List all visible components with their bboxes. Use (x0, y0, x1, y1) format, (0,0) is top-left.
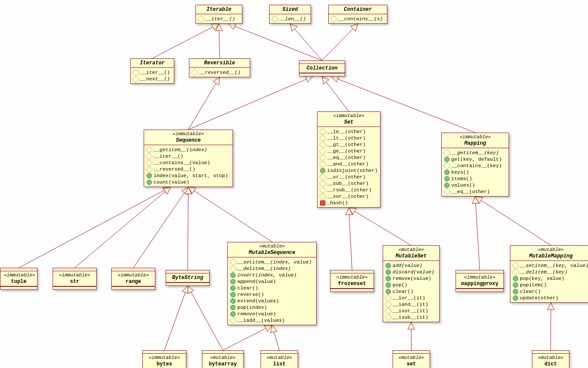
svg-line-12 (189, 79, 308, 130)
method-signature: __setitem__(key, value) (520, 262, 588, 269)
method: clear() (513, 288, 588, 295)
svg-line-4 (234, 26, 322, 60)
svg-line-26 (193, 190, 272, 242)
method-signature: remove(value) (393, 275, 431, 282)
svg-marker-13 (305, 76, 313, 82)
method: items() (444, 175, 506, 182)
stereotype: «immutable» (321, 113, 377, 118)
svg-line-24 (188, 193, 188, 270)
stereotype: «immutable» (115, 273, 151, 278)
abstract-icon (512, 262, 519, 269)
stereotype: «immutable» (334, 275, 370, 280)
class-Mapping: «immutable»Mapping__getitem__(key)get(ke… (441, 133, 509, 197)
methods: __le__(other)__lt__(other)__gt__(other)_… (318, 127, 380, 207)
method: count(value) (147, 179, 230, 185)
class-title: «immutable»tuple (0, 271, 37, 286)
method-signature: __delitem__(key) (520, 269, 567, 275)
method: __eq__(other) (320, 154, 377, 161)
method: clear() (230, 285, 314, 291)
method: _hash() (320, 200, 377, 206)
svg-line-2 (219, 30, 220, 58)
class-name: MutableSet (396, 253, 427, 259)
method-signature: reverse() (237, 291, 264, 298)
abstract-icon (330, 15, 338, 22)
method-signature: pop(index) (237, 304, 267, 311)
method: __len__() (272, 16, 308, 22)
method-signature: __and__(other) (327, 161, 369, 167)
method: __rsub__(other) (320, 187, 377, 193)
stereotype: «immutable» (57, 273, 93, 278)
abstract-icon (443, 188, 451, 195)
method: remove(value) (386, 275, 437, 282)
stereotype: «mutable» (514, 247, 588, 252)
svg-marker-37 (182, 286, 189, 294)
class-name: Iterator (140, 60, 165, 66)
class-name: Iterable (207, 6, 232, 13)
svg-line-40 (223, 328, 267, 350)
abstract-icon (146, 146, 153, 153)
stereotype: «mutable» (206, 355, 240, 360)
svg-marker-47 (547, 303, 554, 310)
svg-line-8 (322, 28, 354, 60)
svg-marker-3 (216, 24, 223, 31)
svg-line-0 (152, 26, 214, 58)
method-signature: __contains__(value) (154, 159, 210, 166)
abstract-icon (132, 69, 140, 76)
method-signature: __getitem__(key) (451, 149, 499, 156)
method-signature: __contains__(x) (338, 16, 383, 22)
method: __iter__() (198, 16, 239, 22)
method: __getitem__(index) (147, 146, 230, 153)
class-title: «immutable»frozenset (330, 273, 374, 289)
method: __isub__(it) (386, 314, 437, 320)
abstract-icon (385, 307, 392, 314)
method: __next__() (133, 76, 171, 82)
class-name: frozenset (338, 281, 366, 287)
method-signature: __xor__(other) (327, 193, 369, 200)
method-signature: __gt__(other) (327, 141, 366, 148)
method-signature: popitem() (520, 282, 547, 288)
method-signature: __iand__(it) (393, 301, 428, 308)
svg-line-34 (480, 200, 551, 245)
method-signature: __rsub__(other) (327, 187, 372, 193)
method: __iter__() (147, 153, 230, 159)
class-name: str (70, 279, 79, 285)
class-title: «immutable»str (53, 271, 96, 286)
svg-marker-27 (189, 187, 196, 194)
class-title: Iterable (196, 5, 242, 14)
abstract-icon (191, 69, 198, 76)
class-name: Mapping (464, 140, 486, 146)
method-signature: __eq__(other) (451, 188, 490, 195)
method-signature: __ior__(it) (393, 295, 425, 301)
method-signature: pop(key, value) (520, 275, 565, 282)
method-signature: __iadd__(values) (237, 317, 285, 324)
svg-line-20 (75, 191, 166, 268)
concrete-icon (444, 176, 450, 181)
class-name: MutableMapping (529, 253, 573, 259)
method: __and__(other) (320, 161, 377, 167)
stereotype: «mutable» (396, 355, 426, 360)
svg-line-42 (274, 331, 279, 350)
class-list: «mutable»list (261, 350, 298, 368)
method-signature: add(value) (393, 262, 422, 269)
method-signature: get(key, default) (451, 156, 502, 162)
concrete-icon (230, 298, 236, 304)
concrete-icon (386, 289, 391, 294)
method-signature: clear() (393, 288, 413, 295)
stereotype: «mutable» (536, 355, 566, 360)
method: __eq__(other) (444, 188, 506, 195)
class-bytes: «immutable»bytes (142, 350, 186, 368)
method-signature: __getitem__(index) (154, 146, 207, 153)
method-signature: isdisjoint(other) (327, 167, 377, 174)
concrete-icon (386, 282, 391, 288)
abstract-icon (319, 186, 327, 194)
concrete-icon (513, 282, 518, 288)
method-signature: __iter__() (154, 153, 183, 159)
class-title: «immutable»Set (318, 112, 380, 127)
special-icon (320, 200, 325, 206)
svg-line-18 (19, 190, 165, 268)
class-title: «immutable»mappingproxy (456, 273, 503, 289)
method-signature: __eq__(other) (327, 154, 366, 161)
methods: __setitem__(index, value)__delitem__(ind… (228, 257, 316, 325)
svg-marker-21 (163, 187, 170, 194)
class-title: ByteString (166, 273, 209, 282)
